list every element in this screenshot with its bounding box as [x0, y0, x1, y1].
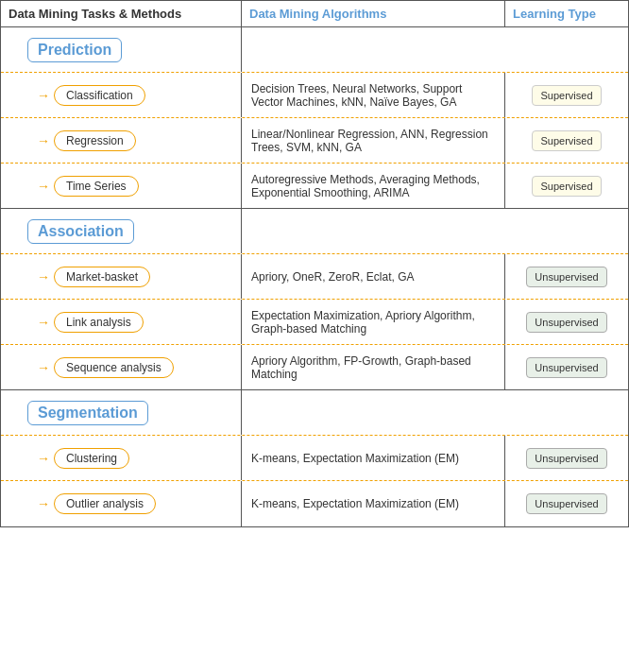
arrow-icon: →	[37, 451, 50, 466]
clustering-label: Clustering	[54, 448, 129, 469]
row-marketbasket: → Market-basket Apriory, OneR, ZeroR, Ec…	[1, 254, 628, 300]
classification-algorithms: Decision Trees, Neural Networks, Support…	[242, 73, 505, 117]
header-learning: Learning Type	[505, 1, 628, 26]
arrow-icon: →	[37, 88, 50, 103]
classification-badge: Supervised	[532, 85, 601, 106]
row-clustering: → Clustering K-means, Expectation Maximi…	[1, 436, 628, 481]
linkanalysis-algorithms: Expectation Maximization, Apriory Algori…	[242, 300, 505, 344]
marketbasket-arrow-label: → Market-basket	[37, 267, 150, 287]
sequenceanalysis-algorithms: Apriory Algorithm, FP-Growth, Graph-base…	[242, 345, 505, 389]
marketbasket-badge: Unsupervised	[526, 267, 606, 287]
association-label-cell: Association	[1, 209, 242, 253]
arrow-icon: →	[37, 179, 50, 194]
clustering-badge: Unsupervised	[526, 448, 606, 469]
outlieranalysis-label: Outlier analysis	[54, 493, 156, 514]
arrow-icon: →	[37, 360, 50, 375]
timeseries-label: Time Series	[54, 176, 139, 197]
classification-learning: Supervised	[505, 73, 628, 117]
classification-task: → Classification	[1, 73, 242, 117]
association-label: Association	[27, 219, 134, 244]
outlieranalysis-arrow-label: → Outlier analysis	[37, 493, 156, 514]
sequenceanalysis-task: → Sequence analysis	[1, 345, 242, 389]
association-learning-empty	[505, 209, 628, 253]
outlieranalysis-algorithms: K-means, Expectation Maximization (EM)	[242, 481, 505, 526]
marketbasket-learning: Unsupervised	[505, 254, 628, 299]
segmentation-algo-empty	[242, 390, 505, 435]
regression-task: → Regression	[1, 118, 242, 163]
clustering-arrow-label: → Clustering	[37, 448, 129, 469]
marketbasket-algorithms: Apriory, OneR, ZeroR, Eclat, GA	[242, 254, 505, 299]
row-linkanalysis: → Link analysis Expectation Maximization…	[1, 300, 628, 345]
segmentation-learning-empty	[505, 390, 628, 435]
arrow-icon: →	[37, 269, 50, 284]
prediction-label: Prediction	[27, 38, 122, 62]
timeseries-algorithms: Autoregressive Methods, Averaging Method…	[242, 164, 505, 208]
classification-label: Classification	[54, 85, 145, 106]
marketbasket-task: → Market-basket	[1, 254, 242, 299]
timeseries-badge: Supervised	[532, 176, 601, 197]
regression-arrow-label: → Regression	[37, 130, 136, 151]
sequenceanalysis-learning: Unsupervised	[505, 345, 628, 389]
segmentation-label: Segmentation	[27, 401, 148, 425]
linkanalysis-label: Link analysis	[54, 312, 144, 333]
section-segmentation-header: Segmentation	[1, 390, 628, 436]
clustering-algorithms: K-means, Expectation Maximization (EM)	[242, 436, 505, 480]
regression-algorithms: Linear/Nonlinear Regression, ANN, Regres…	[242, 118, 505, 163]
regression-label: Regression	[54, 130, 136, 151]
linkanalysis-badge: Unsupervised	[526, 312, 606, 333]
row-sequenceanalysis: → Sequence analysis Apriory Algorithm, F…	[1, 345, 628, 390]
outlieranalysis-learning: Unsupervised	[505, 481, 628, 526]
clustering-task: → Clustering	[1, 436, 242, 480]
sequenceanalysis-label: Sequence analysis	[54, 357, 174, 378]
association-algo-empty	[242, 209, 505, 253]
row-outlieranalysis: → Outlier analysis K-means, Expectation …	[1, 481, 628, 526]
main-table: Data Mining Tasks & Methods Data Mining …	[0, 0, 629, 527]
arrow-icon: →	[37, 496, 50, 511]
sequenceanalysis-badge: Unsupervised	[526, 357, 606, 378]
prediction-learning-empty	[505, 27, 628, 72]
clustering-learning: Unsupervised	[505, 436, 628, 480]
row-regression: → Regression Linear/Nonlinear Regression…	[1, 118, 628, 164]
arrow-icon: →	[37, 315, 50, 330]
marketbasket-label: Market-basket	[54, 267, 150, 287]
arrow-icon: →	[37, 133, 50, 148]
linkanalysis-arrow-label: → Link analysis	[37, 312, 144, 333]
row-timeseries: → Time Series Autoregressive Methods, Av…	[1, 164, 628, 209]
row-classification: → Classification Decision Trees, Neural …	[1, 73, 628, 118]
outlieranalysis-task: → Outlier analysis	[1, 481, 242, 526]
regression-badge: Supervised	[532, 130, 601, 151]
sequenceanalysis-arrow-label: → Sequence analysis	[37, 357, 174, 378]
header-algorithms: Data Mining Algorithms	[242, 1, 505, 26]
section-association-header: Association	[1, 209, 628, 254]
prediction-label-cell: Prediction	[1, 27, 242, 72]
timeseries-arrow-label: → Time Series	[37, 176, 139, 197]
linkanalysis-learning: Unsupervised	[505, 300, 628, 344]
table-header: Data Mining Tasks & Methods Data Mining …	[1, 1, 628, 27]
prediction-algo-empty	[242, 27, 505, 72]
timeseries-task: → Time Series	[1, 164, 242, 208]
section-prediction-header: Prediction	[1, 27, 628, 73]
segmentation-label-cell: Segmentation	[1, 390, 242, 435]
regression-learning: Supervised	[505, 118, 628, 163]
timeseries-learning: Supervised	[505, 164, 628, 208]
outlieranalysis-badge: Unsupervised	[526, 493, 606, 514]
header-tasks: Data Mining Tasks & Methods	[1, 1, 242, 26]
linkanalysis-task: → Link analysis	[1, 300, 242, 344]
classification-arrow-label: → Classification	[37, 85, 145, 106]
